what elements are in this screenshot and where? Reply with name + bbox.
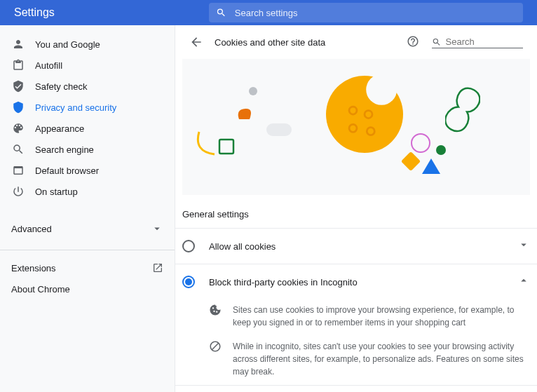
sidebar-item-label: Autofill: [35, 60, 62, 71]
clipboard-icon: [11, 58, 25, 72]
palette-icon: [11, 121, 25, 135]
power-icon: [11, 184, 25, 198]
sidebar-item-on-startup[interactable]: On startup: [0, 181, 175, 202]
sidebar-advanced[interactable]: Advanced: [0, 215, 175, 243]
block-icon: [209, 340, 223, 354]
chevron-up-icon: [517, 274, 530, 287]
option-label: Block third-party cookies in Incognito: [209, 277, 517, 288]
browser-icon: [11, 163, 25, 177]
page-header: Cookies and other site data: [175, 25, 537, 59]
app-header: Settings: [0, 0, 537, 25]
app-title: Settings: [14, 6, 55, 19]
sidebar-extensions[interactable]: Extensions: [0, 257, 175, 278]
help-icon: [407, 35, 419, 48]
sidebar-item-autofill[interactable]: Autofill: [0, 55, 175, 76]
detail-cookie-usage: Sites can use cookies to improve your br…: [175, 299, 537, 336]
expand-button[interactable]: [517, 238, 530, 254]
sidebar-item-label: Privacy and security: [35, 102, 116, 113]
option-label: Allow all cookies: [209, 241, 517, 252]
hero-illustration: [182, 59, 530, 195]
svg-rect-12: [219, 140, 233, 154]
main-panel: Cookies and other site data General sett…: [175, 25, 537, 392]
svg-point-9: [412, 134, 430, 152]
peanut-icon: [445, 83, 480, 136]
back-button[interactable]: [189, 35, 203, 49]
search-settings-bar[interactable]: [209, 3, 523, 22]
detail-text: Sites can use cookies to improve your br…: [233, 304, 530, 329]
page-search[interactable]: [432, 36, 523, 48]
advanced-label: Advanced: [11, 224, 52, 234]
cookie-icon: [209, 304, 223, 318]
page-search-input[interactable]: [446, 36, 523, 47]
general-settings-heading: General settings: [175, 195, 537, 228]
svg-point-8: [436, 145, 446, 155]
detail-text: While in incognito, sites can't use your…: [233, 340, 530, 378]
sidebar-item-label: Appearance: [35, 123, 84, 134]
shield-icon: [11, 100, 25, 114]
shield-check-icon: [11, 79, 25, 93]
cookie-icon: [326, 76, 403, 153]
search-icon: [216, 7, 226, 18]
collapse-button[interactable]: [517, 274, 530, 290]
divider: [0, 250, 175, 250]
external-link-icon: [152, 262, 163, 273]
radio-icon: [182, 240, 195, 252]
sidebar-item-default-browser[interactable]: Default browser: [0, 160, 175, 181]
grey-dot-icon: [249, 87, 257, 95]
svg-rect-6: [401, 151, 421, 171]
sidebar-item-label: You and Google: [35, 39, 100, 50]
sidebar-item-you-and-google[interactable]: You and Google: [0, 34, 175, 55]
sidebar-item-safety-check[interactable]: Safety check: [0, 76, 175, 97]
sidebar-item-search-engine[interactable]: Search engine: [0, 139, 175, 160]
sidebar-item-label: On startup: [35, 187, 78, 197]
option-block-third-party[interactable]: Block third-party cookies: [175, 385, 537, 392]
orange-blob-icon: [236, 107, 254, 122]
green-dot-icon: [436, 145, 446, 155]
triangle-icon: [421, 157, 442, 175]
search-icon: [432, 36, 442, 48]
search-icon: [11, 142, 25, 156]
extensions-label: Extensions: [11, 263, 56, 273]
sidebar-item-appearance[interactable]: Appearance: [0, 118, 175, 139]
option-block-incognito[interactable]: Block third-party cookies in Incognito: [175, 264, 537, 299]
about-label: About Chrome: [11, 284, 70, 295]
sidebar-item-label: Default browser: [35, 165, 99, 176]
sidebar-about[interactable]: About Chrome: [0, 278, 175, 299]
chevron-down-icon: [151, 222, 163, 235]
help-button[interactable]: [407, 35, 421, 49]
svg-point-10: [249, 87, 257, 95]
option-allow-all[interactable]: Allow all cookies: [175, 228, 537, 264]
search-settings-input[interactable]: [235, 8, 516, 18]
sidebar-item-label: Search engine: [35, 144, 94, 155]
svg-rect-11: [266, 123, 292, 136]
page-title: Cookies and other site data: [215, 37, 407, 48]
pill-icon: [266, 123, 292, 136]
sidebar-item-label: Safety check: [35, 81, 87, 92]
ring-icon: [410, 133, 431, 154]
radio-checked-icon: [182, 276, 195, 288]
person-icon: [11, 37, 25, 51]
detail-incognito-block: While in incognito, sites can't use your…: [175, 336, 537, 385]
square-outline-icon: [217, 137, 236, 156]
arrow-back-icon: [189, 35, 203, 49]
chevron-down-icon: [517, 238, 530, 251]
sidebar-item-privacy[interactable]: Privacy and security: [0, 97, 175, 118]
svg-marker-7: [422, 158, 440, 174]
yellow-curve-icon: [196, 129, 217, 157]
sidebar: You and Google Autofill Safety check Pri…: [0, 25, 175, 392]
